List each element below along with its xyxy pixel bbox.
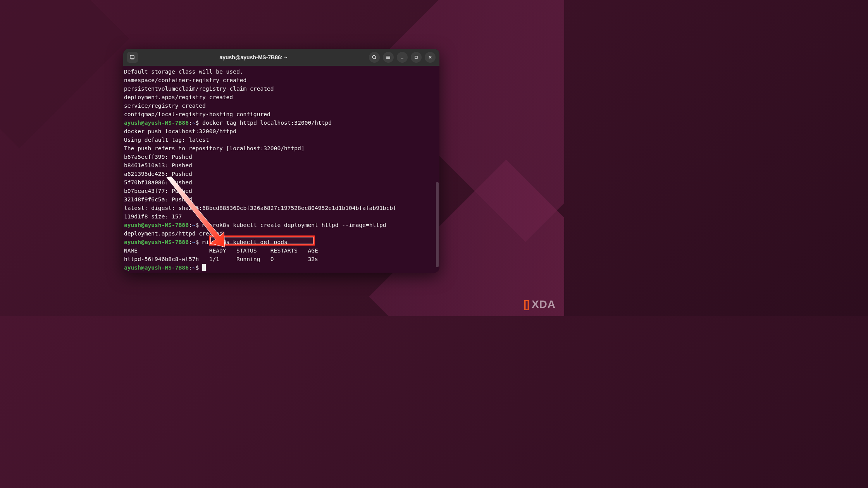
command-docker-tag: docker tag httpd localhost:32000/httpd	[199, 119, 332, 126]
window-title: ayush@ayush-MS-7B86: ~	[141, 54, 366, 60]
new-tab-icon	[129, 54, 136, 60]
prompt-user: ayush@ayush-MS-7B86	[124, 239, 189, 245]
search-button[interactable]	[369, 52, 380, 63]
watermark-bracket-icon: ]	[526, 298, 530, 311]
command-create-deployment: microk8s kubectl create deployment httpd…	[199, 222, 386, 228]
prompt-user: ayush@ayush-MS-7B86	[124, 264, 189, 271]
minimize-button[interactable]	[397, 52, 408, 63]
pods-table-row: httpd-56f946b8c8-wt57h 1/1 Running 0 32s	[124, 256, 318, 262]
close-button[interactable]	[425, 52, 436, 63]
search-icon	[372, 55, 377, 60]
watermark-text: XDA	[532, 298, 556, 311]
hamburger-icon	[386, 55, 391, 60]
cursor	[202, 264, 206, 271]
prompt-user: ayush@ayush-MS-7B86	[124, 119, 189, 126]
svg-rect-7	[415, 56, 417, 58]
maximize-icon	[413, 55, 419, 60]
terminal-window: ayush@ayush-MS-7B86: ~	[123, 49, 439, 273]
menu-button[interactable]	[383, 52, 394, 63]
titlebar: ayush@ayush-MS-7B86: ~	[123, 49, 439, 66]
svg-line-2	[375, 58, 376, 59]
pods-table-header: NAME READY STATUS RESTARTS AGE	[124, 247, 318, 254]
terminal-body[interactable]: Default storage class will be used. name…	[123, 66, 439, 273]
close-icon	[427, 55, 433, 60]
watermark: [ ] XDA	[524, 298, 556, 311]
scrollbar[interactable]	[436, 182, 439, 267]
annotation-highlight-box	[209, 235, 315, 246]
svg-point-1	[372, 55, 375, 58]
maximize-button[interactable]	[411, 52, 422, 63]
new-tab-button[interactable]	[127, 52, 138, 63]
svg-rect-0	[130, 55, 134, 58]
minimize-icon	[400, 55, 405, 60]
prompt-user: ayush@ayush-MS-7B86	[124, 222, 189, 228]
